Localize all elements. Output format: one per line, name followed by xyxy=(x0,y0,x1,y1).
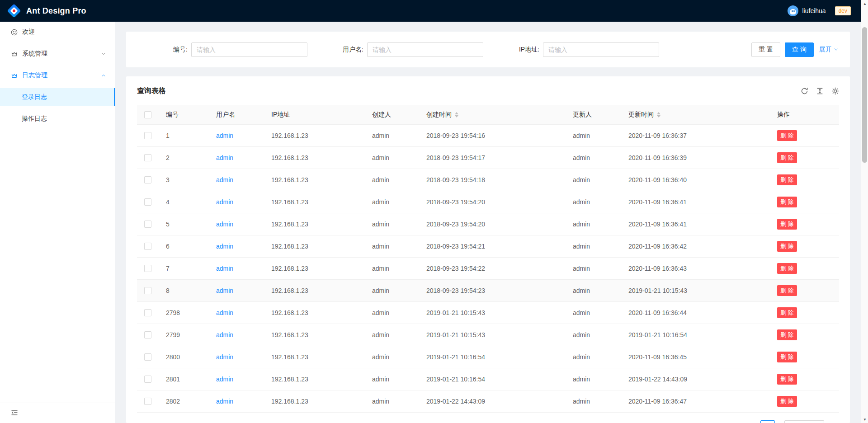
cell-creator: admin xyxy=(365,213,419,235)
username-link[interactable]: admin xyxy=(216,398,233,405)
cell-ip: 192.168.1.23 xyxy=(264,191,365,213)
row-checkbox[interactable] xyxy=(144,331,151,338)
row-checkbox[interactable] xyxy=(144,154,151,161)
username-link[interactable]: admin xyxy=(216,132,233,139)
row-checkbox[interactable] xyxy=(144,198,151,206)
sidebar-collapse-trigger[interactable] xyxy=(0,403,115,423)
reset-button[interactable]: 重 置 xyxy=(751,42,780,57)
vertical-scrollbar: ▲ ▼ xyxy=(861,0,868,423)
scrollbar-up-arrow[interactable]: ▲ xyxy=(861,0,868,7)
pagination-page-size-select[interactable] xyxy=(784,420,824,423)
username-link[interactable]: admin xyxy=(216,176,233,183)
query-button[interactable]: 查 询 xyxy=(785,42,814,57)
table-row: 4 admin 192.168.1.23 admin 2018-09-23 19… xyxy=(137,191,839,213)
delete-button[interactable]: 删 除 xyxy=(777,263,797,274)
ip-input[interactable] xyxy=(543,42,659,57)
menu-collapse-icon xyxy=(11,409,18,418)
cell-creator: admin xyxy=(365,124,419,146)
column-header-creator: 创建人 xyxy=(365,105,419,124)
table-title: 查询表格 xyxy=(137,86,166,96)
username-link[interactable]: admin xyxy=(216,376,233,383)
row-checkbox[interactable] xyxy=(144,398,151,405)
cell-updated-time: 2020-11-09 16:36:41 xyxy=(621,191,770,213)
row-checkbox[interactable] xyxy=(144,353,151,361)
scrollbar-thumb[interactable] xyxy=(862,27,867,163)
cell-id: 6 xyxy=(159,235,209,257)
row-checkbox[interactable] xyxy=(144,287,151,294)
sidebar-item-login-log[interactable]: 登录日志 xyxy=(0,88,115,106)
expand-link[interactable]: 展开 xyxy=(819,46,839,54)
delete-button[interactable]: 删 除 xyxy=(777,374,797,385)
pagination-current-page-button[interactable] xyxy=(760,420,775,423)
cell-created-time: 2018-09-23 19:54:20 xyxy=(419,191,566,213)
select-all-checkbox[interactable] xyxy=(144,111,151,118)
user-avatar[interactable] xyxy=(788,5,798,16)
scrollbar-down-arrow[interactable]: ▼ xyxy=(861,416,868,423)
sidebar-item-operation-log[interactable]: 操作日志 xyxy=(0,110,115,128)
cell-creator: admin xyxy=(365,235,419,257)
table-row: 2799 admin 192.168.1.23 admin 2019-01-21… xyxy=(137,324,839,346)
delete-button[interactable]: 删 除 xyxy=(777,329,797,340)
crown-icon xyxy=(11,72,18,79)
username-input[interactable] xyxy=(367,42,483,57)
delete-button[interactable]: 删 除 xyxy=(777,130,797,141)
setting-gear-icon[interactable] xyxy=(831,87,839,95)
delete-button[interactable]: 删 除 xyxy=(777,174,797,185)
cell-updater: admin xyxy=(566,235,621,257)
row-checkbox[interactable] xyxy=(144,176,151,183)
table-row: 2802 admin 192.168.1.23 admin 2019-01-22… xyxy=(137,390,839,412)
username-link[interactable]: admin xyxy=(216,154,233,161)
cell-id: 4 xyxy=(159,191,209,213)
cell-creator: admin xyxy=(365,346,419,368)
cell-id: 5 xyxy=(159,213,209,235)
row-checkbox[interactable] xyxy=(144,221,151,228)
column-header-created-time[interactable]: 创建时间 xyxy=(419,105,566,124)
cell-created-time: 2019-01-21 10:15:43 xyxy=(419,324,566,346)
username-link[interactable]: admin xyxy=(216,287,233,294)
cell-id: 3 xyxy=(159,169,209,191)
column-height-icon[interactable] xyxy=(816,87,824,95)
id-input[interactable] xyxy=(191,42,307,57)
cell-created-time: 2018-09-23 19:54:20 xyxy=(419,213,566,235)
sidebar-menu: 欢迎 系统管理 日志管理 登录日志 xyxy=(0,22,115,128)
table-row: 7 admin 192.168.1.23 admin 2018-09-23 19… xyxy=(137,257,839,279)
username-link[interactable]: admin xyxy=(216,243,233,250)
cell-ip: 192.168.1.23 xyxy=(264,124,365,146)
delete-button[interactable]: 删 除 xyxy=(777,241,797,252)
cell-created-time: 2019-01-21 10:16:54 xyxy=(419,346,566,368)
username-link[interactable]: admin xyxy=(216,353,233,361)
username-link[interactable]: admin xyxy=(216,265,233,272)
cell-ip: 192.168.1.23 xyxy=(264,257,365,279)
row-checkbox[interactable] xyxy=(144,376,151,383)
user-name[interactable]: liufeihua xyxy=(802,7,826,14)
delete-button[interactable]: 删 除 xyxy=(777,197,797,207)
delete-button[interactable]: 删 除 xyxy=(777,219,797,230)
crown-icon xyxy=(11,51,18,57)
cell-id: 1 xyxy=(159,124,209,146)
app-title: Ant Design Pro xyxy=(26,6,86,16)
row-checkbox[interactable] xyxy=(144,132,151,139)
delete-button[interactable]: 删 除 xyxy=(777,396,797,407)
row-checkbox[interactable] xyxy=(144,243,151,250)
cell-creator: admin xyxy=(365,169,419,191)
cell-updater: admin xyxy=(566,213,621,235)
table-row: 2 admin 192.168.1.23 admin 2018-09-23 19… xyxy=(137,146,839,169)
username-link[interactable]: admin xyxy=(216,198,233,206)
app-logo[interactable]: Ant Design Pro xyxy=(7,6,86,16)
row-checkbox[interactable] xyxy=(144,309,151,316)
cell-ip: 192.168.1.23 xyxy=(264,324,365,346)
username-link[interactable]: admin xyxy=(216,221,233,228)
cell-id: 2802 xyxy=(159,390,209,412)
delete-button[interactable]: 删 除 xyxy=(777,352,797,362)
username-link[interactable]: admin xyxy=(216,331,233,338)
sidebar-item-welcome[interactable]: 欢迎 xyxy=(0,23,115,41)
row-checkbox[interactable] xyxy=(144,265,151,272)
delete-button[interactable]: 删 除 xyxy=(777,307,797,318)
sidebar-item-system-management[interactable]: 系统管理 xyxy=(0,45,115,63)
reload-icon[interactable] xyxy=(801,87,808,95)
sidebar-item-log-management[interactable]: 日志管理 xyxy=(0,66,115,85)
delete-button[interactable]: 删 除 xyxy=(777,285,797,296)
username-link[interactable]: admin xyxy=(216,309,233,316)
delete-button[interactable]: 删 除 xyxy=(777,152,797,163)
column-header-updated-time[interactable]: 更新时间 xyxy=(621,105,770,124)
